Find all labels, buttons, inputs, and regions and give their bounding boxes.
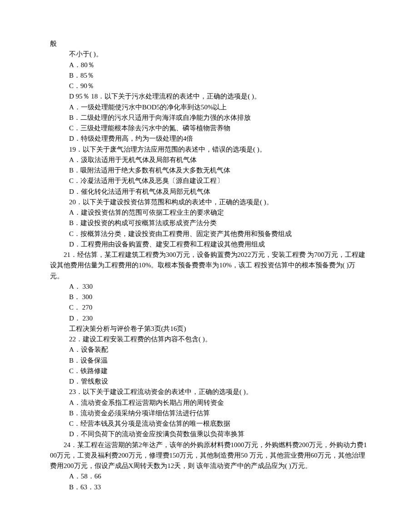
text-line: B．建设投资的构成可按概算法或形成资产法分类: [50, 218, 368, 228]
text-line: A．58．66: [50, 471, 368, 482]
text-line: 21．经估算，某工程建筑工程费为300万元，设备购置费为2022万元，安装工程费…: [50, 250, 368, 281]
text-line: D．不同负荷下的流动资金应按满负荷数值乘以负荷率换算: [50, 429, 368, 439]
text-line: 般: [50, 39, 368, 49]
text-line: B． 300: [50, 292, 368, 302]
text-line: A．建设投资估算的范围可依据工程业主的要求确定: [50, 207, 368, 218]
text-line: D．管线敷设: [50, 376, 368, 387]
text-line: D．工程费用由设备购置费、建安工程费和工程建设其他费用组成: [50, 239, 368, 250]
text-line: B．85％: [50, 70, 368, 81]
text-line: D 95％ 18．以下关于污水处理流程的表述中，正确的选项是( )。: [50, 91, 368, 102]
text-line: A．汲取法适用于无机气体及局部有机气体: [50, 155, 368, 165]
text-line: A． 330: [50, 281, 368, 292]
text-line: C．经营本钱及其分项是流动资金估算的唯一根底数据: [50, 419, 368, 429]
text-line: C．三级处理能根本除去污水中的氮、磷等植物营养物: [50, 123, 368, 133]
text-line: 不小于( )。: [50, 49, 368, 59]
text-line: C． 270: [50, 302, 368, 313]
text-line: A．设备装配: [50, 345, 368, 355]
text-line: 19．以下关于废气治理方法应用范围的表述中，错误的选项是( )。: [50, 144, 368, 155]
text-line: 23．以下关于建设工程流动资金的表述中，正确的选项是( )。: [50, 387, 368, 397]
text-line: 工程决策分析与评价卷子第3页(共16页): [50, 324, 368, 334]
text-line: B．63．33: [50, 482, 368, 493]
text-line: A．80％: [50, 60, 368, 70]
text-line: C．90％: [50, 81, 368, 91]
text-line: B．吸附法适用于绝大多数有机气体及大多数无机气体: [50, 165, 368, 176]
text-line: C．按概算法分类，建设投资由工程费用、固定资产其他费用和预备费组成: [50, 229, 368, 239]
text-line: B．流动资金必须采纳分项详细估算法进行估算: [50, 408, 368, 419]
text-line: 20．以下关于建设投资估算范围和构成的表述中，正确的选项是( )。: [50, 197, 368, 207]
text-line: B．设备保温: [50, 355, 368, 366]
text-line: A．一级处理能使污水中BOD5的净化率到达50%以上: [50, 102, 368, 113]
text-line: 22．建设工程安装工程费的估算内容不包含( )。: [50, 334, 368, 345]
text-line: D．催化转化法适用于有机气体及局部元机气体: [50, 187, 368, 197]
text-line: C．铁路修建: [50, 366, 368, 376]
text-line: D．特级处理费用高，约为一级处理的4倍: [50, 133, 368, 144]
text-line: C．冷凝法适用于无机气体及恶臭〔源自建设工程〕: [50, 176, 368, 186]
text-line: 24．某工程在运营期的第2年达产，该年的外购原材料费1000万元，外购燃料费20…: [50, 440, 368, 472]
text-line: A．流动资金系指工程运营期内长期占用的周转资金: [50, 398, 368, 408]
text-line: B．二级处理的污水只适用于向海洋或自净能力强的水体排放: [50, 113, 368, 123]
text-line: D． 230: [50, 313, 368, 324]
